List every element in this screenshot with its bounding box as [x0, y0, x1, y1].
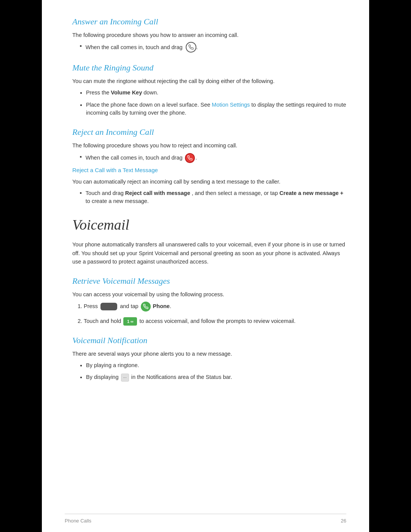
retrieve-section: Retrieve Voicemail Messages You can acce… — [72, 275, 346, 326]
answer-title: Answer an Incoming Call — [72, 15, 346, 28]
mute-list: Press the Volume Key down. Place the pho… — [80, 89, 346, 117]
retrieve-step-1: Press and tap Phone. — [84, 302, 346, 312]
vmnotif-list: By playing a ringtone. By displaying ···… — [80, 361, 346, 382]
answer-section: Answer an Incoming Call The following pr… — [72, 15, 346, 53]
voicemail-desc: Your phone automatically transfers all u… — [72, 240, 346, 266]
reject-text-bullet: Touch and drag Reject call with message … — [80, 189, 346, 206]
answer-list: When the call comes in, touch and drag . — [80, 42, 346, 53]
mute-title: Mute the Ringing Sound — [72, 61, 346, 74]
answer-bullet-text: When the call comes in, touch and drag . — [86, 42, 198, 53]
home-button-icon — [100, 303, 117, 310]
reject-text-list: Touch and drag Reject call with message … — [80, 189, 346, 206]
page: Answer an Incoming Call The following pr… — [42, 0, 369, 532]
retrieve-desc: You can access your voicemail by using t… — [72, 290, 346, 299]
vmnotif-title: Voicemail Notification — [72, 334, 346, 347]
reject-list: When the call comes in, touch and drag . — [80, 153, 346, 163]
reject-section: Reject an Incoming Call The following pr… — [72, 126, 346, 206]
reject-phone-icon — [185, 153, 195, 163]
voicemail-section: Voicemail Your phone automatically trans… — [72, 214, 346, 266]
retrieve-step-2: Touch and hold 1 ∞ to access voicemail, … — [84, 317, 346, 326]
answer-bullet: When the call comes in, touch and drag . — [80, 42, 346, 53]
reject-bullet: When the call comes in, touch and drag . — [80, 153, 346, 163]
mute-section: Mute the Ringing Sound You can mute the … — [72, 61, 346, 117]
page-footer: Phone Calls 26 — [65, 514, 346, 525]
reject-desc: The following procedure shows you how to… — [72, 141, 346, 150]
vmnotif-bullet-2: By displaying ··· in the Notifications a… — [80, 373, 346, 382]
vmnotif-bullet-1: By playing a ringtone. — [80, 361, 346, 370]
vmnotif-section: Voicemail Notification There are several… — [72, 334, 346, 382]
voicemail-title: Voicemail — [72, 214, 346, 236]
phone-app-icon — [141, 302, 151, 312]
vmnotif-desc: There are several ways your phone alerts… — [72, 350, 346, 358]
voicemail-key-icon: 1 ∞ — [123, 317, 137, 326]
answer-phone-icon — [186, 42, 196, 53]
footer-left: Phone Calls — [65, 517, 91, 525]
reject-text-link[interactable]: Reject a Call with a Text Message — [72, 166, 346, 175]
footer-right: 26 — [341, 517, 346, 525]
reject-text-desc: You can automatically reject an incoming… — [72, 177, 346, 186]
mute-bullet-1: Press the Volume Key down. — [80, 89, 346, 97]
mute-desc: You can mute the ringtone without reject… — [72, 77, 346, 85]
retrieve-title: Retrieve Voicemail Messages — [72, 275, 346, 287]
answer-desc: The following procedure shows you how to… — [72, 31, 346, 39]
notification-icon: ··· — [121, 374, 129, 382]
reject-title: Reject an Incoming Call — [72, 126, 346, 138]
mute-bullet-2: Place the phone face down on a level sur… — [80, 101, 346, 118]
retrieve-steps: Press and tap Phone. Touch and hold — [84, 302, 346, 326]
